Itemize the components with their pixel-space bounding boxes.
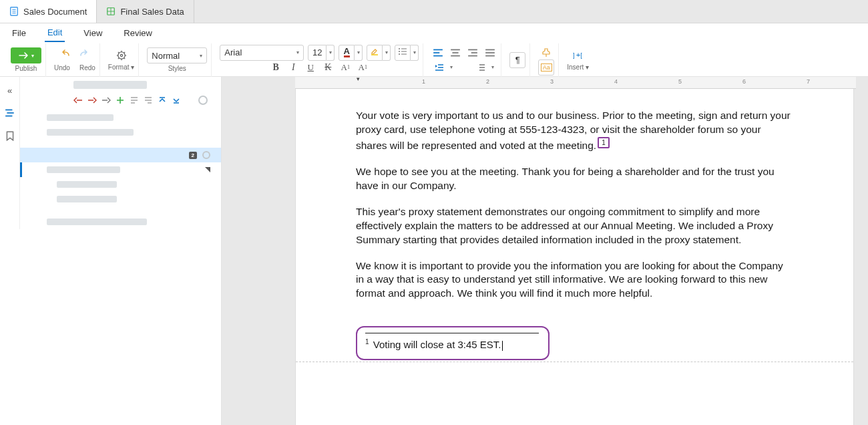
insert-group: ]+[ Insert ▾ [563, 43, 593, 77]
collapse-sidebar-icon[interactable]: « [3, 84, 17, 97]
font-color-icon: A [344, 48, 350, 57]
svg-text:[: [ [580, 51, 582, 59]
caret-down-icon[interactable]: ▾ [411, 45, 419, 61]
outline-view-icon[interactable] [3, 106, 17, 120]
clear-format-icon: Aa [541, 63, 552, 72]
outline-spacer [20, 206, 221, 215]
document-page[interactable]: Your vote is very important to us and to… [296, 89, 853, 425]
menu-view[interactable]: View [81, 25, 105, 41]
document-tab-final-sales-data[interactable]: Final Sales Data [97, 0, 194, 23]
redo-button[interactable] [77, 46, 90, 59]
page-break-line [296, 362, 853, 362]
font-color-button[interactable]: A ▾ [339, 45, 363, 61]
footnote-area[interactable]: 1 Voting will close at 3:45 EST. [356, 326, 550, 360]
highlight-color-button[interactable]: ▾ [367, 45, 391, 61]
move-left-icon[interactable] [130, 96, 139, 105]
bookmark-view-icon[interactable] [3, 129, 17, 142]
numbered-list-button[interactable]: ▾ [473, 59, 497, 76]
caret-down-icon[interactable]: ▾ [489, 59, 497, 76]
document-tab-sales-document[interactable]: Sales Document [0, 0, 97, 23]
body-paragraph[interactable]: We know it is important to provide you t… [356, 259, 793, 301]
undo-button[interactable] [59, 46, 73, 59]
caret-down-icon[interactable]: ▾ [383, 45, 391, 61]
menu-file[interactable]: File [9, 25, 29, 41]
outline-item[interactable] [20, 110, 221, 125]
superscript-button[interactable]: A1 [339, 61, 352, 74]
footnote-separator [365, 333, 539, 333]
outline-item[interactable] [20, 215, 221, 229]
caret-down-icon: ▾ [200, 53, 202, 59]
underline-button[interactable]: U [304, 61, 317, 74]
indent-marker-icon[interactable]: ▾ [357, 76, 360, 82]
outline-tools [20, 93, 221, 110]
format-button[interactable] [113, 49, 130, 62]
insert-label[interactable]: Insert ▾ [567, 63, 589, 71]
ruler-tick: 2 [486, 78, 489, 85]
paragraph-marks-button[interactable]: ¶ [509, 52, 525, 68]
font-family-value: Arial [224, 47, 242, 57]
outline-item[interactable] [20, 125, 221, 140]
format-group: Format ▾ [104, 43, 139, 77]
caret-down-icon[interactable]: ▾ [327, 45, 335, 61]
body-paragraph[interactable]: We hope to see you at the meeting. Thank… [356, 165, 793, 193]
ruler-tick: 5 [678, 78, 682, 85]
style-dropdown[interactable]: Normal ▾ [147, 47, 207, 63]
body-paragraph[interactable]: Your vote is very important to us and to… [356, 109, 793, 153]
indent-left-icon[interactable] [73, 96, 83, 105]
svg-point-8 [120, 54, 122, 56]
collapse-up-icon[interactable] [158, 96, 167, 105]
outline-sidebar: « [0, 77, 222, 425]
publish-button[interactable]: ▾ [11, 47, 41, 63]
clear-format-button[interactable]: Aa [538, 59, 554, 76]
style-value: Normal [152, 51, 180, 61]
bold-button[interactable]: B [269, 61, 282, 74]
outline-item-active[interactable] [20, 162, 221, 177]
body-paragraph[interactable]: This year's proxy statement demonstrates… [356, 205, 793, 247]
status-circle-icon[interactable] [202, 151, 210, 159]
align-group: ▾ ▾ [427, 43, 501, 77]
comment-count-badge: 2 [189, 152, 197, 159]
editor-viewport: ▾ 1 2 3 4 5 6 7 Your vote is very import… [222, 77, 868, 425]
caret-down-icon[interactable]: ▾ [447, 59, 455, 76]
footnote-text[interactable]: 1 Voting will close at 3:45 EST. [365, 337, 540, 351]
align-center-button[interactable] [449, 46, 462, 59]
horizontal-ruler[interactable]: ▾ 1 2 3 4 5 6 7 [295, 77, 856, 89]
expand-down-icon[interactable] [172, 96, 181, 105]
align-justify-button[interactable] [483, 46, 497, 59]
menu-review[interactable]: Review [121, 25, 155, 41]
footnote-reference[interactable]: 1 [598, 137, 610, 148]
indent-right-icon[interactable] [87, 96, 97, 105]
align-left-button[interactable] [431, 46, 445, 59]
format-painter-button[interactable] [539, 46, 553, 59]
format-label[interactable]: Format ▾ [108, 63, 134, 71]
caret-down-icon[interactable]: ▾ [355, 45, 363, 61]
outline-item[interactable] [20, 177, 221, 192]
document-tab-label: Final Sales Data [120, 7, 184, 17]
svg-text:+: + [576, 51, 580, 59]
ruler-tick: 1 [422, 78, 425, 85]
menu-edit[interactable]: Edit [45, 24, 65, 42]
indent-right2-icon[interactable] [101, 96, 111, 105]
move-right-icon[interactable] [144, 96, 153, 105]
document-tab-label: Sales Document [23, 7, 87, 17]
redo-label: Redo [79, 64, 95, 72]
menu-bar: File Edit View Review [0, 23, 868, 43]
bullet-list-button[interactable]: ▾ [395, 45, 419, 61]
indent-align-button[interactable]: ▾ [431, 59, 455, 76]
undo-label: Undo [54, 64, 70, 72]
highlight-icon [370, 47, 379, 58]
outline-header [20, 77, 221, 93]
add-item-icon[interactable] [116, 96, 125, 105]
outline-item-selected[interactable]: 2 [20, 148, 221, 162]
outline-item[interactable] [20, 192, 221, 206]
insert-button[interactable]: ]+[ [569, 49, 588, 62]
strikethrough-button[interactable]: K [321, 61, 335, 74]
align-right-button[interactable] [466, 46, 479, 59]
font-group: Arial ▾ 12 ▾ A ▾ ▾ ▾ [216, 43, 423, 77]
status-circle-icon[interactable] [198, 96, 208, 105]
styles-group: Normal ▾ Styles [143, 43, 212, 77]
italic-button[interactable]: I [286, 61, 300, 74]
font-size-combo[interactable]: 12 ▾ [308, 45, 335, 61]
font-family-dropdown[interactable]: Arial ▾ [220, 45, 304, 61]
subscript-button[interactable]: A1 [356, 61, 369, 74]
